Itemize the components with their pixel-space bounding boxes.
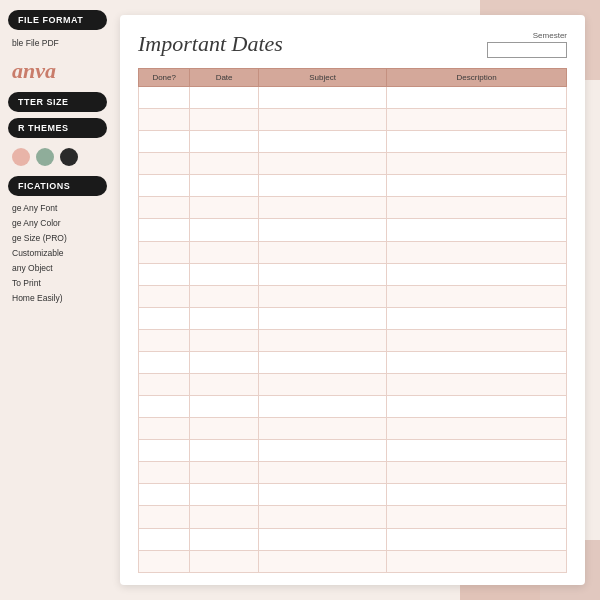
table-cell [139,528,190,550]
table-cell [190,506,258,528]
table-cell [258,506,386,528]
table-cell [387,462,567,484]
list-item-5: To Print [10,277,105,289]
table-cell [387,329,567,351]
table-cell [258,219,386,241]
table-cell [139,263,190,285]
table-cell [258,241,386,263]
table-cell [190,307,258,329]
table-cell [139,462,190,484]
table-row [139,329,567,351]
table-row [139,506,567,528]
table-cell [387,484,567,506]
table-cell [387,506,567,528]
table-cell [258,263,386,285]
table-cell [387,109,567,131]
table-row [139,374,567,396]
table-cell [139,418,190,440]
table-cell [387,351,567,373]
table-header-row: Done? Date Subject Description [139,69,567,87]
semester-section: Semester [487,31,567,58]
table-cell [387,440,567,462]
table-cell [139,396,190,418]
table-cell [258,329,386,351]
table-cell [258,418,386,440]
table-cell [258,351,386,373]
table-cell [387,396,567,418]
table-row [139,418,567,440]
swatch-charcoal [60,148,78,166]
list-item-3: Customizable [10,247,105,259]
table-cell [190,109,258,131]
table-cell [139,87,190,109]
canva-logo: anva [8,56,107,86]
table-cell [190,263,258,285]
table-row [139,241,567,263]
table-cell [190,396,258,418]
table-cell [387,374,567,396]
document-area: Important Dates Semester Done? Date Subj… [120,15,585,585]
table-row [139,285,567,307]
table-row [139,109,567,131]
table-cell [258,307,386,329]
table-row [139,153,567,175]
important-dates-table: Done? Date Subject Description [138,68,567,573]
col-header-done: Done? [139,69,190,87]
table-cell [387,87,567,109]
file-format-label: FILE FORMAT [18,15,83,25]
list-item-2: ge Size (PRO) [10,232,105,244]
color-themes-label: R THEMES [18,123,69,133]
table-row [139,440,567,462]
table-cell [139,506,190,528]
table-cell [139,285,190,307]
table-cell [190,329,258,351]
letter-size-label: TTER SIZE [18,97,69,107]
sidebar: FILE FORMAT ble File PDF anva TTER SIZE … [0,0,115,600]
semester-input[interactable] [487,42,567,58]
list-item-6: Home Easily) [10,292,105,304]
table-row [139,351,567,373]
table-cell [387,285,567,307]
table-cell [139,153,190,175]
table-row [139,462,567,484]
table-cell [190,219,258,241]
table-cell [139,550,190,572]
table-cell [139,175,190,197]
table-row [139,484,567,506]
col-header-subject: Subject [258,69,386,87]
table-cell [190,528,258,550]
table-cell [258,396,386,418]
table-cell [139,109,190,131]
table-cell [387,131,567,153]
table-row [139,307,567,329]
list-item-0: ge Any Font [10,202,105,214]
table-cell [387,197,567,219]
table-cell [139,241,190,263]
swatch-sage [36,148,54,166]
table-cell [190,241,258,263]
table-cell [387,263,567,285]
table-cell [258,153,386,175]
table-cell [258,528,386,550]
list-item-4: any Object [10,262,105,274]
table-cell [139,374,190,396]
table-cell [190,484,258,506]
document-header: Important Dates Semester [138,31,567,58]
table-body [139,87,567,573]
table-cell [258,374,386,396]
table-cell [258,484,386,506]
table-cell [258,131,386,153]
table-cell [139,219,190,241]
color-swatches [8,144,107,170]
table-cell [139,329,190,351]
table-cell [387,528,567,550]
table-cell [258,285,386,307]
table-cell [139,307,190,329]
table-cell [190,153,258,175]
table-cell [258,550,386,572]
table-cell [190,550,258,572]
table-cell [190,175,258,197]
table-cell [139,484,190,506]
table-cell [258,440,386,462]
table-cell [190,131,258,153]
